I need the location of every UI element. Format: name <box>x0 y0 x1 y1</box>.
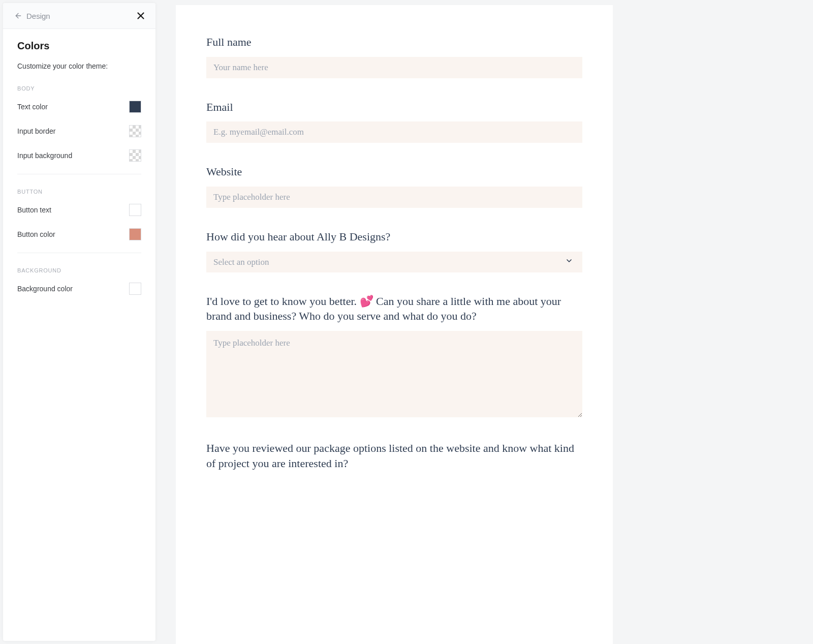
full-name-group: Full name <box>206 35 582 78</box>
arrow-left-icon <box>14 12 22 20</box>
button-color-swatch[interactable] <box>129 228 141 240</box>
about-brand-textarea[interactable] <box>206 331 582 417</box>
input-background-swatch[interactable] <box>129 149 141 162</box>
button-text-label: Button text <box>17 206 51 214</box>
design-sidebar: Design Colors Customize your color theme… <box>3 3 155 641</box>
background-color-label: Background color <box>17 285 73 293</box>
about-brand-label: I'd love to get to know you better. 💕 Ca… <box>206 294 582 324</box>
button-text-swatch[interactable] <box>129 204 141 216</box>
back-to-design[interactable]: Design <box>14 12 50 20</box>
about-brand-group: I'd love to get to know you better. 💕 Ca… <box>206 294 582 419</box>
background-color-row: Background color <box>17 283 141 295</box>
button-text-row: Button text <box>17 204 141 216</box>
sidebar-body: Colors Customize your color theme: BODY … <box>3 29 155 318</box>
button-color-row: Button color <box>17 228 141 240</box>
divider <box>17 253 141 253</box>
section-body-label: BODY <box>17 85 141 91</box>
input-background-label: Input background <box>17 151 72 160</box>
full-name-label: Full name <box>206 35 582 50</box>
package-reviewed-label: Have you reviewed our package options li… <box>206 441 582 471</box>
form-card: Full name Email Website How did you hear… <box>176 5 613 644</box>
back-label: Design <box>26 12 50 20</box>
close-button[interactable] <box>135 10 146 21</box>
input-background-row: Input background <box>17 149 141 162</box>
text-color-swatch[interactable] <box>129 101 141 113</box>
sidebar-header: Design <box>3 3 155 29</box>
email-label: Email <box>206 100 582 115</box>
how-heard-label: How did you hear about Ally B Designs? <box>206 229 582 244</box>
how-heard-group: How did you hear about Ally B Designs? S… <box>206 229 582 272</box>
input-border-row: Input border <box>17 125 141 137</box>
website-group: Website <box>206 164 582 208</box>
input-border-label: Input border <box>17 127 56 135</box>
package-reviewed-group: Have you reviewed our package options li… <box>206 441 582 471</box>
website-label: Website <box>206 164 582 179</box>
panel-subtitle: Customize your color theme: <box>17 62 141 70</box>
text-color-label: Text color <box>17 103 48 111</box>
section-background-label: BACKGROUND <box>17 267 141 273</box>
form-preview: Full name Email Website How did you hear… <box>155 0 813 644</box>
section-button-label: BUTTON <box>17 189 141 195</box>
divider <box>17 174 141 174</box>
panel-title: Colors <box>17 40 141 52</box>
text-color-row: Text color <box>17 101 141 113</box>
full-name-input[interactable] <box>206 57 582 78</box>
button-color-label: Button color <box>17 230 55 238</box>
how-heard-select[interactable]: Select an option <box>206 252 582 272</box>
email-group: Email <box>206 100 582 143</box>
background-color-swatch[interactable] <box>129 283 141 295</box>
website-input[interactable] <box>206 187 582 208</box>
close-icon <box>135 10 146 21</box>
email-input[interactable] <box>206 121 582 143</box>
input-border-swatch[interactable] <box>129 125 141 137</box>
how-heard-select-wrap: Select an option <box>206 252 582 272</box>
